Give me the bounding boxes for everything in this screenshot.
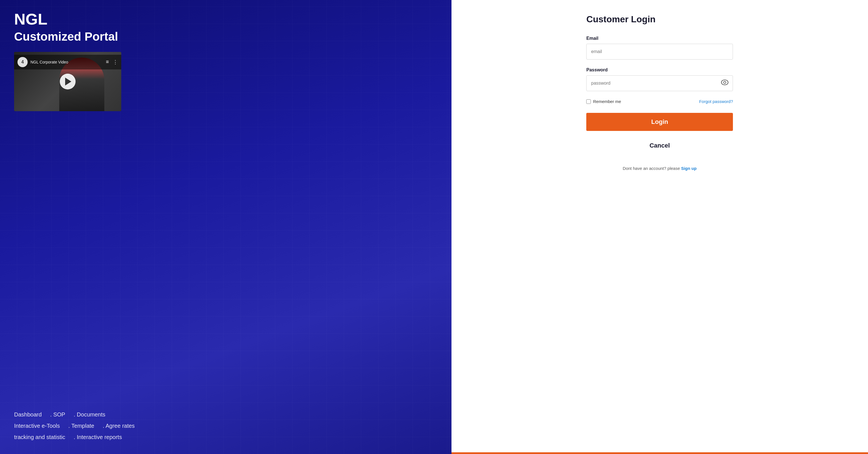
feature-list: Dashboard . SOP . Documents Interactive … (14, 409, 437, 443)
remember-me-checkbox[interactable] (586, 99, 591, 104)
login-title: Customer Login (586, 14, 733, 25)
video-header: 4 NGL Corporate Video ≡ ⋮ (14, 55, 121, 69)
left-content: NGL Customized Portal 4 NGL Corporate Vi… (14, 11, 437, 443)
svg-point-1 (724, 81, 726, 84)
email-group: Email (586, 36, 733, 60)
password-label: Password (586, 67, 733, 72)
signup-link[interactable]: Sign up (681, 166, 696, 171)
eye-icon[interactable] (721, 80, 728, 87)
form-options: Remember me Forgot password? (586, 99, 733, 104)
video-controls: ≡ ⋮ (106, 59, 118, 65)
remember-me-label[interactable]: Remember me (586, 99, 621, 104)
play-triangle-icon (65, 78, 71, 86)
playlist-icon[interactable]: ≡ (106, 59, 109, 65)
bottom-orange-bar (452, 452, 868, 454)
feature-interactive-reports: . Interactive reports (73, 431, 122, 443)
feature-dashboard: Dashboard (14, 409, 42, 420)
brand-subtitle: Customized Portal (14, 30, 437, 43)
feature-row-3: tracking and statistic . Interactive rep… (14, 431, 437, 443)
video-title: NGL Corporate Video (30, 60, 68, 64)
signup-section: Dont have an account? please Sign up (586, 166, 733, 171)
email-input[interactable] (586, 44, 733, 60)
feature-etools: Interactive e-Tools (14, 420, 60, 431)
feature-template: . Template (68, 420, 94, 431)
right-panel: Customer Login Email Password Remember m (452, 0, 868, 454)
email-label: Email (586, 36, 733, 41)
brand-title: NGL (14, 11, 437, 27)
svg-point-0 (721, 80, 728, 85)
more-icon[interactable]: ⋮ (113, 59, 118, 65)
feature-agree-rates: . Agree rates (103, 420, 134, 431)
feature-sop: . SOP (50, 409, 65, 420)
play-button[interactable] (60, 74, 75, 89)
remember-me-text: Remember me (593, 99, 621, 104)
feature-documents: . Documents (73, 409, 105, 420)
channel-badge: 4 (18, 57, 28, 67)
login-button[interactable]: Login (586, 113, 733, 131)
forgot-password-link[interactable]: Forgot password? (699, 99, 733, 104)
cancel-button[interactable]: Cancel (586, 137, 733, 155)
left-panel: NGL Customized Portal 4 NGL Corporate Vi… (0, 0, 452, 454)
password-input[interactable] (586, 75, 733, 91)
feature-row-2: Interactive e-Tools . Template . Agree r… (14, 420, 437, 431)
login-form: Customer Login Email Password Remember m (586, 14, 733, 171)
video-player[interactable]: 4 NGL Corporate Video ≡ ⋮ (14, 52, 121, 111)
password-group: Password (586, 67, 733, 91)
feature-row-1: Dashboard . SOP . Documents (14, 409, 437, 420)
password-wrapper (586, 75, 733, 91)
signup-prompt-text: Dont have an account? please (623, 166, 680, 171)
feature-tracking: tracking and statistic (14, 431, 65, 443)
